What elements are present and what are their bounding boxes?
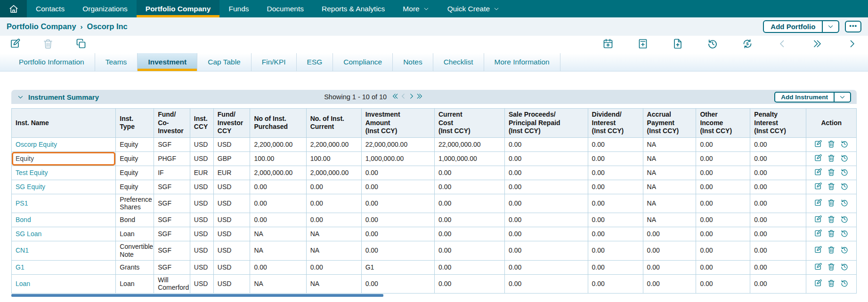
row-edit-button[interactable] (814, 246, 822, 255)
row-edit-button[interactable] (814, 154, 822, 164)
horizontal-scrollbar[interactable] (11, 294, 383, 297)
nav-item-portfolio-company[interactable]: Portfolio Company (137, 0, 220, 17)
instrument-link[interactable]: SG Loan (16, 230, 41, 238)
edit-button[interactable] (9, 38, 21, 51)
row-trash-button[interactable] (827, 229, 836, 239)
tab-fin-kpi[interactable]: Fin/KPI (251, 53, 297, 71)
instrument-link[interactable]: G1 (16, 263, 24, 271)
tab-portfolio-information[interactable]: Portfolio Information (8, 53, 95, 71)
row-trash-button[interactable] (827, 262, 836, 272)
note-add-button[interactable] (637, 38, 649, 51)
copy-button[interactable] (75, 38, 87, 51)
instrument-link[interactable]: PS1 (16, 199, 28, 207)
chevron-left-button[interactable] (777, 38, 788, 51)
page-double-chevron-left-button[interactable] (391, 92, 399, 102)
inst-name-cell: CN1 (12, 241, 116, 261)
tab-teams[interactable]: Teams (95, 53, 138, 71)
tab-cap-table[interactable]: Cap Table (197, 53, 251, 71)
row-history-button[interactable] (840, 229, 849, 239)
instrument-link[interactable]: Bond (16, 216, 31, 223)
row-edit-button[interactable] (814, 182, 822, 192)
nav-item-contacts[interactable]: Contacts (27, 0, 73, 17)
col-header-fund: Fund/ Investor CCY (213, 109, 250, 138)
row-trash-button[interactable] (827, 168, 836, 178)
table-row: SG EquityEquitySGFUSDUSD0.000.000.000.00… (12, 180, 857, 194)
add-instrument-dropdown[interactable] (834, 93, 850, 102)
add-portfolio-dropdown[interactable] (822, 21, 838, 32)
action-cell (806, 166, 857, 180)
tab-checklist[interactable]: Checklist (433, 53, 484, 71)
instrument-link[interactable]: Oscorp Equity (16, 141, 57, 148)
row-history-button[interactable] (840, 182, 849, 192)
row-trash-button[interactable] (827, 182, 836, 192)
row-trash-button[interactable] (827, 154, 836, 164)
page-chevron-right-button[interactable] (407, 92, 415, 102)
add-portfolio-button[interactable]: Add Portfolio (764, 21, 822, 32)
collapse-chevron-icon[interactable] (17, 94, 24, 101)
instrument-link[interactable]: Test Equity (16, 169, 48, 176)
more-options-button[interactable]: ••• (845, 21, 861, 32)
row-history-button[interactable] (840, 140, 849, 150)
row-edit-button[interactable] (814, 199, 822, 208)
trash-button[interactable] (42, 38, 54, 51)
home-button[interactable] (0, 0, 27, 17)
nav-item-quick-create[interactable]: Quick Create (438, 0, 509, 17)
nav-item-organizations[interactable]: Organizations (73, 0, 137, 17)
nav-item-documents[interactable]: Documents (258, 0, 313, 17)
nav-item-more[interactable]: More (394, 0, 438, 17)
page-double-chevron-right-button[interactable] (415, 92, 423, 102)
cell-penalty-interest: 0.00 (750, 260, 806, 274)
row-history-button[interactable] (840, 199, 849, 208)
row-history-button[interactable] (840, 215, 849, 225)
row-trash-button[interactable] (827, 246, 836, 255)
double-chevron-right-button[interactable] (811, 38, 823, 51)
cell-investor-ccy: USD (213, 137, 250, 151)
row-edit-button[interactable] (814, 262, 822, 272)
nav-item-funds[interactable]: Funds (219, 0, 258, 17)
edit-icon (814, 229, 822, 238)
page-chevron-left-button[interactable] (399, 92, 407, 102)
tab-more-information[interactable]: More Information (484, 53, 560, 71)
row-edit-button[interactable] (814, 229, 822, 239)
row-edit-button[interactable] (814, 215, 822, 225)
row-trash-button[interactable] (827, 215, 836, 225)
row-edit-button[interactable] (814, 140, 822, 150)
inst-name-cell: Oscorp Equity (12, 137, 116, 151)
row-trash-button[interactable] (827, 279, 836, 289)
row-history-button[interactable] (840, 154, 849, 164)
trash-icon (827, 168, 836, 176)
breadcrumb-parent[interactable]: Portfolio Company (7, 22, 76, 31)
trash-icon (827, 215, 836, 223)
history-button[interactable] (707, 38, 718, 51)
section-title-wrap: Instrument Summary (17, 93, 99, 101)
row-trash-button[interactable] (827, 199, 836, 208)
row-edit-button[interactable] (814, 168, 822, 178)
row-history-button[interactable] (840, 262, 849, 272)
cell-sale-proceeds: 0.00 (504, 227, 588, 241)
cell-investment-amount: 0.00 (361, 241, 434, 261)
history-icon (840, 140, 849, 148)
action-cell (806, 260, 857, 274)
calendar-add-button[interactable] (602, 38, 614, 51)
trash-icon (827, 182, 836, 191)
add-instrument-button[interactable]: Add Instrument (775, 93, 834, 102)
row-edit-button[interactable] (814, 279, 822, 289)
tab-investment[interactable]: Investment (138, 53, 197, 71)
tab-compliance[interactable]: Compliance (333, 53, 393, 71)
breadcrumb-current: Oscorp Inc (87, 22, 128, 31)
row-trash-button[interactable] (827, 140, 836, 150)
row-history-button[interactable] (840, 279, 849, 289)
instrument-link[interactable]: SG Equity (16, 183, 45, 191)
fx-refresh-button[interactable]: $ (742, 38, 753, 51)
file-add-button[interactable] (672, 38, 683, 51)
row-history-button[interactable] (840, 246, 849, 255)
cell-penalty-interest: 0.00 (750, 180, 806, 194)
tab-notes[interactable]: Notes (393, 53, 433, 71)
instrument-link[interactable]: Equity (16, 155, 34, 162)
nav-item-reports-analytics[interactable]: Reports & Analytics (313, 0, 394, 17)
tab-esg[interactable]: ESG (297, 53, 333, 71)
chevron-right-button[interactable] (846, 38, 858, 51)
instrument-link[interactable]: Loan (16, 280, 30, 287)
instrument-link[interactable]: CN1 (16, 246, 29, 254)
row-history-button[interactable] (840, 168, 849, 178)
